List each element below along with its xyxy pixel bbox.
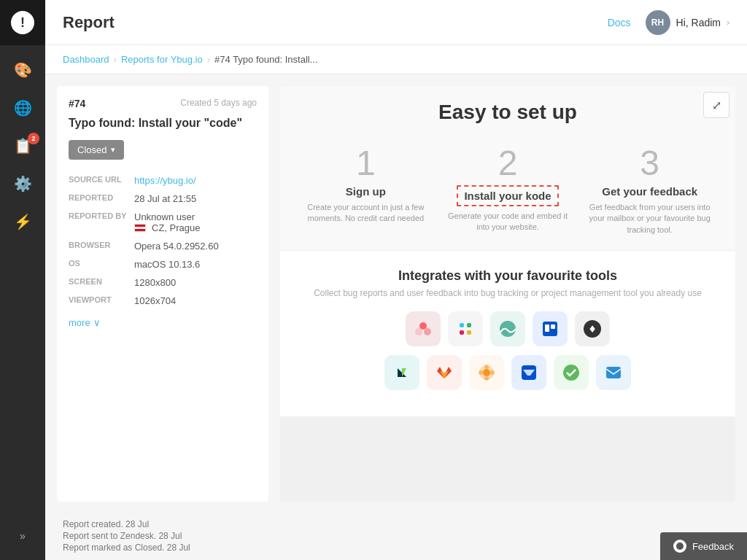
breadcrumb-current: #74 Typo found: Install...	[214, 54, 317, 65]
preview-panel: ⤢ Easy to set up 1 Sign up Create your a…	[280, 86, 735, 502]
gear-icon: ⚙️	[14, 175, 32, 192]
sidebar: ! 🎨 🌐 📋 2 ⚙️ ⚡ »	[0, 0, 45, 560]
step-3: 3 Get your feedback Get feedback from yo…	[578, 146, 721, 236]
sidebar-item-power[interactable]: ⚡	[0, 203, 45, 241]
svg-point-2	[424, 328, 431, 335]
breadcrumb-dashboard[interactable]: Dashboard	[63, 54, 109, 65]
breadcrumb-reports[interactable]: Reports for Ybug.io	[121, 54, 203, 65]
preview-inner: Easy to set up 1 Sign up Create your acc…	[280, 86, 735, 502]
blossom-icon	[469, 355, 504, 390]
bitbucket-icon	[511, 355, 546, 390]
docs-link[interactable]: Docs	[608, 17, 631, 28]
app-logo[interactable]: !	[0, 0, 45, 45]
svg-point-7	[500, 321, 516, 337]
breadcrumb-sep-1: ›	[114, 54, 117, 65]
svg-rect-10	[551, 324, 555, 329]
integrations-section: Integrates with your favourite tools Col…	[280, 250, 735, 416]
step-2-number: 2	[444, 146, 572, 181]
steps-row: 1 Sign up Create your account in just a …	[280, 146, 735, 250]
step-1-desc: Create your account in just a few moment…	[302, 202, 430, 225]
palette-icon: 🎨	[14, 61, 32, 79]
basecamp-icon	[554, 355, 589, 390]
viewport-value: 1026x704	[134, 292, 257, 310]
content-area: #74 Created 5 days ago Typo found: Insta…	[45, 74, 747, 513]
report-card-header: #74 Created 5 days ago	[69, 98, 257, 109]
sidebar-expand-button[interactable]: »	[0, 521, 45, 551]
activity-log: Report created. 28 Jul Report sent to Ze…	[45, 513, 747, 560]
paper-icon	[596, 355, 631, 390]
activity-line-3: Report marked as Closed. 28 Jul	[63, 542, 729, 553]
browser-label: BROWSER	[69, 237, 134, 255]
sidebar-nav: 🎨 🌐 📋 2 ⚙️ ⚡	[0, 51, 45, 521]
activity-line-1: Report created. 28 Jul	[63, 519, 729, 529]
integrations-row-1: ♦	[295, 311, 721, 346]
svg-point-14	[483, 369, 490, 376]
breadcrumb-sep-2: ›	[207, 54, 210, 65]
os-label: OS	[69, 255, 134, 273]
header-right: Docs RH Hi, Radim ›	[608, 10, 729, 35]
step-2: 2 Install your kode Generate your code a…	[437, 146, 579, 236]
preview-hero: Easy to set up	[280, 86, 735, 146]
step-3-desc: Get feedback from your users into your m…	[586, 202, 713, 236]
feedback-button[interactable]: Feedback	[660, 532, 747, 560]
svg-point-18	[490, 370, 495, 375]
breadcrumb: Dashboard › Reports for Ybug.io › #74 Ty…	[45, 45, 747, 74]
logo-icon: !	[11, 11, 34, 34]
user-greeting: Hi, Radim	[676, 17, 721, 28]
feedback-icon	[673, 540, 686, 553]
dropdown-arrow-icon: ▾	[111, 145, 115, 155]
reported-by-label: REPORTED BY	[69, 208, 134, 237]
feedback-label: Feedback	[692, 541, 734, 552]
step-2-desc: Generate your code and embed it into you…	[444, 211, 572, 233]
svg-point-0	[419, 322, 427, 330]
step-1-number: 1	[302, 146, 430, 181]
activity-line-2: Report sent to Zendesk. 28 Jul	[63, 531, 729, 541]
chevron-down-icon: ∨	[93, 317, 101, 328]
feedback-icon-inner	[676, 542, 684, 550]
status-button[interactable]: Closed ▾	[69, 140, 124, 160]
reported-date: 28 Jul at 21:55	[134, 190, 257, 208]
preview-content: Easy to set up 1 Sign up Create your acc…	[280, 86, 735, 416]
integrations-row-2	[295, 355, 721, 390]
screen-value: 1280x800	[134, 273, 257, 292]
report-meta-table: SOURCE URL https://ybug.io/ REPORTED 28 …	[69, 171, 257, 310]
sidebar-item-reports[interactable]: 📋 2	[0, 127, 45, 165]
github-icon: ♦	[575, 311, 610, 346]
expand-icon: ⤢	[712, 98, 721, 112]
sidebar-item-design[interactable]: 🎨	[0, 51, 45, 89]
preview-hero-title: Easy to set up	[309, 101, 706, 124]
status-label: Closed	[77, 144, 107, 155]
more-link[interactable]: more ∨	[69, 317, 101, 328]
svg-point-1	[415, 328, 422, 335]
reported-label: REPORTED	[69, 190, 134, 208]
avatar: RH	[646, 10, 670, 35]
step-3-title: Get your feedback	[586, 185, 713, 198]
chevron-right-icon: ›	[727, 18, 729, 28]
integrations-title: Integrates with your favourite tools	[295, 268, 721, 284]
user-menu[interactable]: RH Hi, Radim ›	[646, 10, 729, 35]
main-content: Report Docs RH Hi, Radim › Dashboard › R…	[45, 0, 747, 560]
report-created: Created 5 days ago	[180, 98, 257, 108]
source-url-link[interactable]: https://ybug.io/	[134, 175, 196, 186]
step-3-number: 3	[586, 146, 713, 181]
step-1: 1 Sign up Create your account in just a …	[295, 146, 437, 236]
report-card: #74 Created 5 days ago Typo found: Insta…	[57, 86, 268, 502]
sidebar-bottom: »	[0, 521, 45, 560]
svg-rect-5	[460, 330, 464, 335]
browser-value: Opera 54.0.2952.60	[134, 237, 257, 255]
expand-button[interactable]: ⤢	[703, 92, 729, 118]
svg-point-16	[484, 376, 489, 381]
svg-text:♦: ♦	[589, 322, 596, 336]
power-icon: ⚡	[14, 213, 32, 230]
viewport-label: VIEWPORT	[69, 292, 134, 310]
location-cell: CZ, Prague	[134, 222, 257, 233]
report-number: #74	[69, 98, 85, 109]
location: CZ, Prague	[152, 222, 200, 233]
sidebar-item-settings[interactable]: ⚙️	[0, 165, 45, 203]
step-2-title: Install your kode	[457, 185, 558, 206]
sidebar-item-globe[interactable]: 🌐	[0, 89, 45, 127]
reported-by-value: Unknown user CZ, Prague	[134, 208, 257, 237]
svg-rect-9	[545, 324, 549, 332]
expand-icon: »	[20, 530, 26, 542]
slack-icon	[448, 311, 483, 346]
